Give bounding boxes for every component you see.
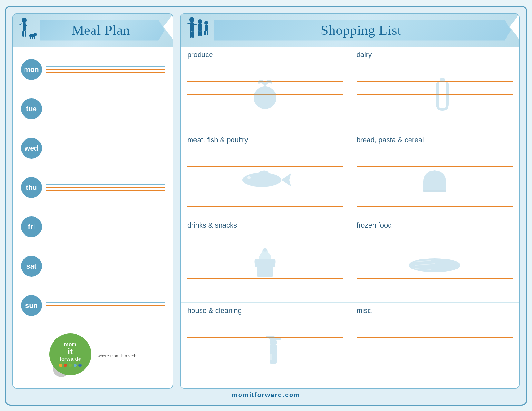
svg-rect-18 xyxy=(198,24,202,31)
cell-bread: bread, pasta & cereal xyxy=(350,132,519,217)
svg-rect-3 xyxy=(25,31,26,37)
svg-rect-12 xyxy=(190,22,194,31)
day-line-wed-1 xyxy=(46,151,165,151)
svg-point-17 xyxy=(198,19,202,24)
meat-lines xyxy=(187,147,343,213)
svg-rect-9 xyxy=(32,36,33,39)
day-lines-sun xyxy=(46,302,165,308)
svg-rect-14 xyxy=(192,31,194,38)
svg-rect-1 xyxy=(23,23,26,31)
frozen-line-5 xyxy=(357,292,513,292)
day-line-mon-1 xyxy=(46,72,165,73)
day-lines-fri xyxy=(46,224,165,230)
logo-text-area: where mom is a verb xyxy=(98,353,137,358)
frozen-line-4 xyxy=(357,278,513,279)
svg-point-29 xyxy=(242,173,281,187)
meat-line-1 xyxy=(187,153,343,153)
misc-line-3 xyxy=(357,351,513,351)
day-line-fri-0 xyxy=(46,227,165,227)
meat-line-4 xyxy=(187,193,343,193)
day-line-sun-0 xyxy=(46,305,165,306)
day-circle-thu: thu xyxy=(21,177,42,198)
meal-plan-panel: Meal Plan montuewedthufrisatsun mom it f… xyxy=(12,13,173,389)
misc-line-2 xyxy=(357,337,513,338)
bread-label: bread, pasta & cereal xyxy=(357,136,513,144)
cell-misc: misc. xyxy=(350,303,519,388)
meal-plan-title: Meal Plan xyxy=(72,23,130,38)
day-line-blue-mon xyxy=(46,66,165,67)
meal-plan-person-icon xyxy=(18,17,37,44)
day-row-wed: wed xyxy=(21,136,165,161)
house-label: house & cleaning xyxy=(187,307,343,315)
logo-forward: forward® xyxy=(60,356,81,362)
cell-drinks: drinks & snacks xyxy=(181,217,350,303)
day-line-blue-sat xyxy=(46,263,165,263)
shopping-grid: produce xyxy=(181,47,519,388)
produce-label: produce xyxy=(187,51,343,59)
frozen-line-2 xyxy=(357,252,513,252)
svg-point-27 xyxy=(255,88,275,109)
cell-produce: produce xyxy=(181,47,350,132)
footer-text: momitforward.com xyxy=(232,391,300,398)
drinks-lines xyxy=(187,232,343,298)
cell-house: house & cleaning xyxy=(181,303,350,388)
frozen-label: frozen food xyxy=(357,221,513,230)
meat-label: meat, fish & poultry xyxy=(187,136,343,144)
day-line-blue-sun xyxy=(46,302,165,303)
day-row-tue: tue xyxy=(21,96,165,121)
day-circle-sun: sun xyxy=(21,295,42,316)
shopping-panel: Shopping List produce xyxy=(180,13,520,389)
dairy-lines xyxy=(357,62,513,128)
drinks-line-5 xyxy=(187,292,343,292)
svg-rect-22 xyxy=(205,25,208,31)
logo-dot-3 xyxy=(69,364,72,367)
days-container: montuewedthufrisatsun xyxy=(13,47,173,328)
day-row-sat: sat xyxy=(21,254,165,279)
shopping-person-icon xyxy=(185,17,211,44)
page-wrapper: Meal Plan montuewedthufrisatsun mom it f… xyxy=(5,6,527,406)
logo-dot-5 xyxy=(78,364,82,367)
main-content: Meal Plan montuewedthufrisatsun mom it f… xyxy=(12,13,520,389)
logo-dot-2 xyxy=(64,364,67,367)
shopping-banner: Shopping List xyxy=(214,20,511,41)
day-line-blue-wed xyxy=(46,145,165,145)
cell-dairy: dairy xyxy=(350,47,519,132)
svg-rect-10 xyxy=(34,36,35,39)
logo-mom: mom xyxy=(64,341,76,347)
logo-it: it xyxy=(68,347,73,356)
logo-area: mom it forward® xyxy=(13,328,173,383)
svg-point-11 xyxy=(189,17,194,22)
svg-rect-13 xyxy=(190,31,192,38)
dairy-label: dairy xyxy=(357,51,513,59)
day-line-sat-1 xyxy=(46,269,165,269)
misc-lines xyxy=(357,318,513,384)
day-line-thu-0 xyxy=(46,187,165,188)
logo-dots-row xyxy=(59,364,82,367)
day-line-tue-0 xyxy=(46,109,165,109)
day-lines-mon xyxy=(46,66,165,73)
svg-rect-23 xyxy=(204,31,206,35)
day-circle-sat: sat xyxy=(21,256,42,277)
meal-plan-header: Meal Plan xyxy=(13,14,173,47)
day-line-mon-0 xyxy=(46,69,165,70)
produce-line-5 xyxy=(187,121,343,121)
day-line-thu-1 xyxy=(46,190,165,191)
day-line-sun-1 xyxy=(46,308,165,308)
meal-plan-banner: Meal Plan xyxy=(40,20,165,41)
footer: momitforward.com xyxy=(12,389,520,401)
meat-line-2 xyxy=(187,166,343,167)
misc-line-4 xyxy=(357,364,513,364)
logo-forward-text: forward xyxy=(60,356,79,362)
svg-point-30 xyxy=(247,176,251,179)
day-row-mon: mon xyxy=(21,57,165,82)
day-lines-tue xyxy=(46,106,165,112)
dairy-line-5 xyxy=(357,121,513,121)
house-line-1 xyxy=(187,324,343,324)
day-row-fri: fri xyxy=(21,214,165,239)
svg-rect-24 xyxy=(207,31,208,35)
svg-rect-19 xyxy=(198,31,200,36)
misc-line-1 xyxy=(357,324,513,324)
day-line-sat-0 xyxy=(46,266,165,266)
day-row-thu: thu xyxy=(21,175,165,200)
house-line-5 xyxy=(187,377,343,377)
